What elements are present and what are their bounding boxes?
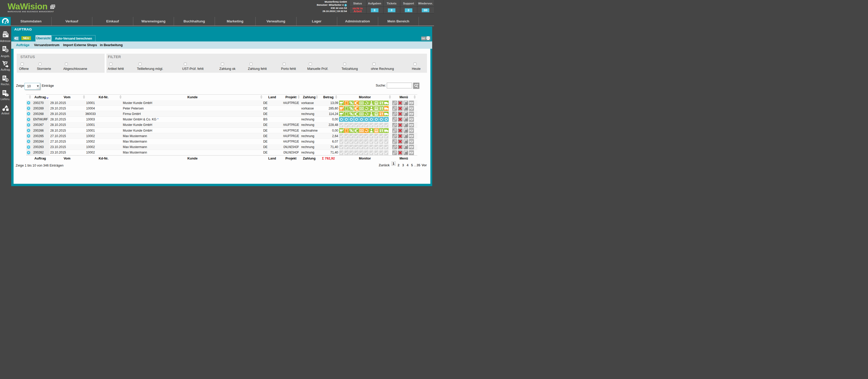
svg-text:€: € [6, 78, 7, 81]
